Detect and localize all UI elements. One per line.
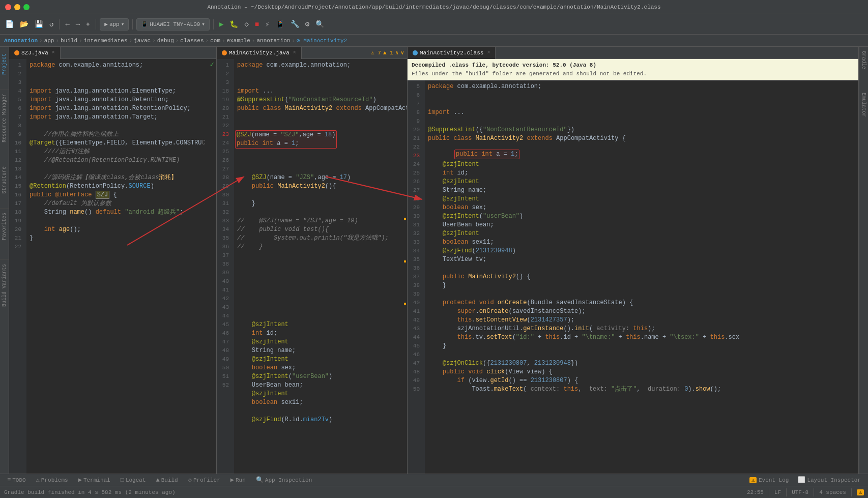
sidebar-item-build-variants[interactable]: Build Variants [0, 259, 9, 311]
java-file-icon2 [222, 50, 227, 55]
run-label: Run [236, 477, 246, 483]
find-icon[interactable]: ⌖ [84, 19, 92, 30]
status-warning-badge[interactable]: ⚠ [857, 489, 864, 495]
left-sidebar: Project Resource Manager Structure Favor… [0, 47, 9, 474]
sdk-icon[interactable]: 🔧 [288, 19, 301, 30]
inspection-icon: 🔍 [256, 476, 264, 484]
panel1-tabs: SZJ.java × [9, 47, 216, 59]
panel3-line-numbers: 5 6 7 8 9 20 21 22 23 24 25 26 27 28 29 … [408, 80, 425, 474]
profile-icon[interactable]: ◇ [242, 19, 250, 30]
search-icon[interactable]: 🔍 [313, 19, 326, 30]
stop-icon[interactable]: ■ [253, 19, 261, 30]
tab-szj-java[interactable]: SZJ.java × [9, 47, 61, 59]
breadcrumb-javac[interactable]: javac [134, 38, 151, 44]
java-file-icon [14, 50, 19, 55]
tab-szj-close[interactable]: × [52, 50, 55, 55]
build-icon: ▲ [156, 477, 160, 484]
back-icon[interactable]: ← [63, 19, 71, 30]
tab-mainactivity2-class[interactable]: MainActivity2.class × [408, 47, 496, 59]
problems-icon: ⚠ [36, 476, 40, 484]
status-linesep[interactable]: LF [774, 489, 781, 495]
breadcrumb-mainactivity[interactable]: ⊙ MainActivity2 [297, 37, 347, 44]
status-right: 22:55 LF UTF-8 4 spaces ⚠ [747, 488, 864, 496]
open-icon[interactable]: 📂 [18, 19, 31, 30]
build-label: Build [161, 477, 178, 483]
todo-icon: ≡ [7, 477, 11, 484]
info-banner-subtitle: Files under the "build" folder are gener… [412, 70, 854, 78]
new-file-icon[interactable]: 📄 [3, 19, 16, 30]
window-controls[interactable] [5, 4, 30, 10]
avd-icon[interactable]: 📱 [274, 19, 286, 30]
status-encoding[interactable]: UTF-8 [792, 489, 808, 495]
tab-profiler[interactable]: ◇ Profiler [183, 474, 225, 486]
forward-icon[interactable]: → [74, 19, 82, 30]
todo-label: TODO [12, 477, 25, 483]
tab-mainactivity2-class-label: MainActivity2.class [420, 50, 483, 56]
logcat-icon: □ [121, 477, 124, 484]
debug-icon[interactable]: 🐛 [227, 19, 240, 30]
tab-class-close[interactable]: × [487, 50, 490, 55]
settings-icon[interactable]: ⚙ [303, 19, 311, 30]
save-icon[interactable]: 💾 [33, 19, 45, 30]
scroll-up[interactable]: ∧ [395, 49, 399, 56]
app-inspection-label: App Inspection [265, 477, 312, 483]
tab-szj-label: SZJ.java [21, 50, 48, 56]
refresh-icon[interactable]: ↺ [47, 19, 55, 30]
status-left: Gradle build finished in 4 s 582 ms (2 m… [4, 489, 747, 495]
layout-inspector-icon: ⬜ [798, 476, 805, 484]
bottom-toolbar: ≡ TODO ⚠ Problems ▶ Terminal □ Logcat ▲ … [0, 474, 868, 486]
profiler-label: Profiler [193, 477, 220, 483]
breadcrumb-classes[interactable]: classes [180, 38, 204, 44]
tab-terminal[interactable]: ▶ Terminal [73, 474, 115, 486]
tab-todo[interactable]: ≡ TODO [2, 474, 31, 486]
right-sidebar: Gradle Emulator [859, 47, 868, 474]
panel3-content: 5 6 7 8 9 20 21 22 23 24 25 26 27 28 29 … [408, 80, 858, 474]
layout-inspector-label: Layout Inspector [807, 477, 861, 483]
sidebar-gradle[interactable]: Gradle [859, 47, 868, 73]
breadcrumb-debug[interactable]: debug [157, 38, 174, 44]
app-selector[interactable]: ▶ app ▾ [100, 18, 129, 31]
tab-logcat[interactable]: □ Logcat [115, 474, 151, 486]
panel1-code: package com.example.annitaions; import j… [26, 59, 216, 245]
sidebar-item-resource-manager[interactable]: Resource Manager [0, 89, 9, 147]
device-selector[interactable]: 📱 HUAWEI TNY-AL00 ▾ [136, 18, 210, 31]
panel3-tabs: MainActivity2.class × [408, 47, 858, 59]
tab-app-inspection[interactable]: 🔍 App Inspection [251, 474, 317, 486]
event-log[interactable]: ⚠ Event Log [745, 477, 793, 483]
tab-build[interactable]: ▲ Build [151, 474, 183, 486]
sidebar-emulator[interactable]: Emulator [859, 89, 868, 121]
tab-mainactivity2-java[interactable]: MainActivity2.java × [217, 47, 302, 59]
breadcrumb-annotation[interactable]: Annotation [4, 38, 38, 44]
breadcrumb-com[interactable]: com [210, 38, 220, 44]
build-status: Gradle build finished in 4 s 582 ms (2 m… [4, 489, 176, 495]
class-file-icon [413, 50, 418, 55]
breadcrumb-intermediates[interactable]: intermediates [84, 38, 128, 44]
panel2-tabs: MainActivity2.java × ⚠ 7 ▲ 1 ∧ ∨ [217, 47, 407, 59]
sidebar-item-project[interactable]: Project [0, 49, 9, 79]
error-count: ▲ 1 [383, 50, 393, 56]
scroll-down[interactable]: ∨ [400, 49, 404, 56]
minimize-button[interactable] [14, 4, 20, 10]
toolbar: 📄 📂 💾 ↺ ← → ⌖ ▶ app ▾ 📱 HUAWEI TNY-AL00 … [0, 14, 868, 35]
breadcrumb-build[interactable]: build [61, 38, 77, 44]
sync-icon[interactable]: ⚡ [263, 19, 271, 30]
tab-layout-inspector[interactable]: ⬜ Layout Inspector [793, 474, 866, 486]
breadcrumb-annotation-pkg[interactable]: annotation [256, 38, 290, 44]
breadcrumb-example[interactable]: example [227, 38, 250, 44]
tab-mainactivity2-close[interactable]: × [293, 50, 296, 55]
status-indent[interactable]: 4 spaces [819, 489, 846, 495]
warning-marker3 [404, 303, 406, 305]
close-button[interactable] [5, 4, 11, 10]
sidebar-item-favorites[interactable]: Favorites [0, 208, 9, 244]
sidebar-item-structure[interactable]: Structure [0, 162, 9, 198]
tab-problems[interactable]: ⚠ Problems [31, 474, 73, 486]
panel2-line-numbers: 1 2 3 18 19 20 21 22 23 24 25 26 27 28 2… [217, 59, 234, 474]
warning-marker2 [404, 260, 406, 262]
tab-mainactivity2-label: MainActivity2.java [229, 50, 290, 56]
run-icon[interactable]: ▶ [217, 19, 225, 30]
breadcrumb: Annotation › app › build › intermediates… [0, 35, 868, 47]
breadcrumb-app[interactable]: app [44, 38, 54, 44]
tab-run[interactable]: ▶ Run [225, 474, 251, 486]
event-log-label: Event Log [759, 477, 789, 483]
maximize-button[interactable] [23, 4, 30, 10]
